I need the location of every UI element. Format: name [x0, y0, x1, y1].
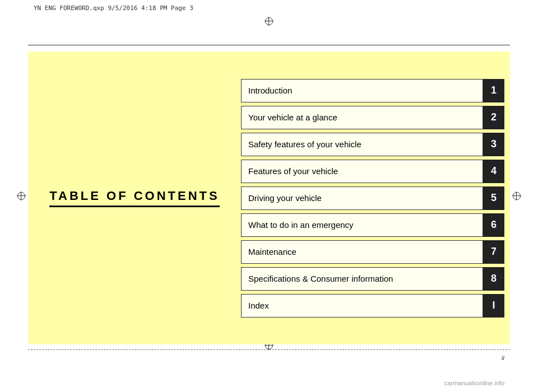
toc-menu: Introduction1Your vehicle at a glance2Sa…	[241, 52, 510, 344]
toc-menu-label: Safety features of your vehicle	[241, 133, 483, 156]
toc-menu-row[interactable]: Specifications & Consumer information8	[241, 267, 504, 291]
toc-menu-number: 2	[483, 106, 504, 129]
reg-cross-left	[17, 192, 26, 200]
toc-menu-row[interactable]: Safety features of your vehicle3	[241, 133, 504, 156]
toc-menu-label: Maintenance	[241, 240, 483, 264]
toc-menu-label: Driving your vehicle	[241, 186, 483, 210]
toc-menu-label: Index	[241, 294, 483, 318]
toc-menu-number: 3	[483, 133, 504, 156]
left-panel: TABLE OF CONTENTS	[28, 52, 241, 344]
toc-menu-number: 8	[483, 267, 504, 291]
toc-title: TABLE OF CONTENTS	[49, 189, 219, 207]
toc-menu-label: Your vehicle at a glance	[241, 106, 483, 129]
toc-menu-row[interactable]: Features of your vehicle4	[241, 160, 504, 183]
reg-cross-right	[512, 192, 521, 200]
main-content-area: TABLE OF CONTENTS Introduction1Your vehi…	[28, 52, 510, 344]
toc-menu-label: What to do in an emergency	[241, 213, 483, 237]
toc-menu-row[interactable]: Your vehicle at a glance2	[241, 106, 504, 129]
top-rule	[28, 45, 510, 45]
toc-menu-label: Specifications & Consumer information	[241, 267, 483, 291]
toc-menu-number: I	[483, 294, 504, 318]
file-info: YN ENG FOREWORD.qxp 9/5/2016 4:18 PM Pag…	[34, 4, 193, 12]
toc-menu-number: 6	[483, 213, 504, 237]
toc-menu-row[interactable]: Maintenance7	[241, 240, 504, 264]
reg-cross-top	[265, 17, 273, 26]
toc-menu-row[interactable]: Introduction1	[241, 79, 504, 102]
toc-menu-number: 1	[483, 79, 504, 102]
toc-menu-label: Features of your vehicle	[241, 160, 483, 183]
page-number: ii	[502, 354, 504, 361]
watermark: carmanualsonline.info	[444, 380, 504, 386]
toc-menu-number: 5	[483, 186, 504, 210]
toc-menu-number: 7	[483, 240, 504, 264]
toc-menu-row[interactable]: IndexI	[241, 294, 504, 318]
toc-menu-row[interactable]: What to do in an emergency6	[241, 213, 504, 237]
toc-menu-label: Introduction	[241, 79, 483, 102]
toc-menu-row[interactable]: Driving your vehicle5	[241, 186, 504, 210]
toc-menu-number: 4	[483, 160, 504, 183]
